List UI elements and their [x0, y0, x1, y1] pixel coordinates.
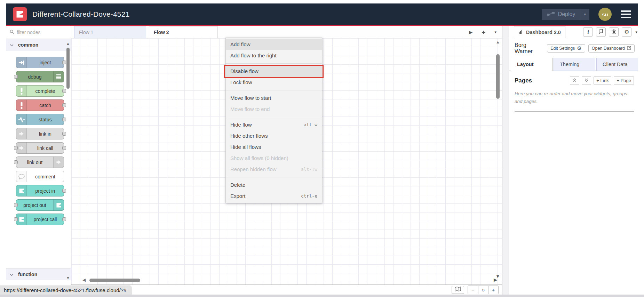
bug-icon: [611, 29, 617, 35]
canvas-scroll-up-icon[interactable]: ▲: [496, 40, 500, 45]
menu-item-hide-all-flows[interactable]: Hide all flows: [226, 142, 322, 153]
sidebar-tabs-caret-icon[interactable]: ▾: [635, 30, 637, 34]
output-port[interactable]: [62, 146, 66, 150]
user-avatar[interactable]: su: [598, 8, 612, 21]
palette-scroll-down-icon[interactable]: ▼: [66, 276, 70, 280]
info-tab-button[interactable]: i: [583, 27, 593, 37]
palette-node-label: debug: [16, 71, 53, 82]
palette-node-link-in[interactable]: link in: [16, 128, 64, 139]
output-port[interactable]: [62, 118, 66, 121]
palette-node-label: comment: [27, 171, 64, 182]
menu-item-add-flow-to-the-right[interactable]: Add flow to the right: [226, 50, 322, 61]
bar-chart-icon: [518, 30, 524, 35]
deploy-options-caret[interactable]: ▾: [580, 9, 589, 20]
menu-item-label: Move flow to end: [230, 104, 270, 115]
menu-item-delete[interactable]: Delete: [226, 179, 322, 191]
expand-all-button[interactable]: [582, 76, 591, 85]
palette-node-project-in[interactable]: project in: [16, 185, 64, 196]
input-port[interactable]: [14, 203, 18, 207]
menu-item-label: Delete: [230, 179, 245, 191]
dashboard-tab-theming[interactable]: Theming: [554, 58, 595, 71]
menu-item-label: Reopen hidden flow: [230, 164, 277, 175]
pages-heading: Pages: [515, 77, 567, 84]
palette-node-catch[interactable]: catch: [16, 99, 64, 111]
input-port[interactable]: [14, 217, 18, 221]
palette-node-status[interactable]: status: [16, 114, 64, 125]
zoom-reset-button[interactable]: ○: [478, 286, 488, 294]
palette-category-common[interactable]: common: [6, 39, 71, 51]
output-port[interactable]: [62, 132, 66, 136]
menu-item-lock-flow[interactable]: Lock flow: [226, 77, 322, 88]
config-tab-button[interactable]: ⚙: [622, 27, 631, 37]
palette-scrollbar-thumb[interactable]: [66, 48, 70, 89]
search-icon: [10, 29, 14, 35]
deploy-button[interactable]: Deploy ▾: [542, 9, 589, 20]
palette-node-inject[interactable]: inject: [16, 57, 64, 68]
palette-node-complete[interactable]: complete: [16, 85, 64, 97]
canvas-vscrollbar-thumb[interactable]: [496, 54, 500, 99]
menu-item-shortcut: ctrl-e: [301, 191, 317, 202]
palette-node-project-out[interactable]: project out: [16, 199, 64, 211]
output-port[interactable]: [62, 61, 66, 64]
input-port[interactable]: [14, 146, 18, 150]
inject-icon: [16, 57, 27, 68]
menu-item-add-flow[interactable]: Add flow: [226, 39, 322, 50]
palette-node-label: complete: [27, 86, 64, 96]
menu-item-label: Hide all flows: [230, 142, 261, 153]
flowfuse-logo-icon[interactable]: [13, 7, 27, 21]
menu-item-hide-other-flows[interactable]: Hide other flows: [226, 130, 322, 142]
menu-item-hide-flow[interactable]: Hide flowalt-w: [226, 119, 322, 130]
palette-node-debug[interactable]: debug: [16, 71, 64, 82]
canvas-hscrollbar-thumb[interactable]: [89, 279, 140, 282]
minimap-toggle-button[interactable]: [452, 286, 464, 294]
menu-item-export[interactable]: Exportctrl-e: [226, 191, 322, 202]
add-link-button[interactable]: + Link: [594, 76, 611, 85]
canvas-scroll-left-icon[interactable]: ◀: [82, 278, 86, 282]
palette-node-label: project call: [27, 214, 64, 225]
output-port[interactable]: [62, 217, 66, 221]
external-link-icon: [627, 46, 631, 51]
add-flow-button[interactable]: +: [482, 29, 485, 36]
palette-node-link-out[interactable]: link out: [16, 156, 64, 168]
palette-category-function[interactable]: function: [6, 268, 71, 280]
palette-scroll-up-icon[interactable]: ▲: [66, 41, 70, 46]
help-tab-button[interactable]: [596, 27, 606, 37]
right-sidebar: Dashboard 2.0 i ⚙ ▾: [509, 26, 638, 295]
sidebar-resize-handle[interactable]: [502, 26, 509, 295]
palette-node-link-call[interactable]: link call: [16, 142, 64, 154]
tab-scroll-right-icon[interactable]: ▶: [469, 30, 472, 35]
palette-node-project-call[interactable]: project call: [16, 214, 64, 225]
input-port[interactable]: [14, 75, 18, 79]
gear-icon: ⚙: [577, 46, 581, 51]
canvas-scroll-down-icon[interactable]: ▼: [495, 274, 500, 279]
dashboard-tab-layout[interactable]: Layout: [511, 58, 552, 71]
zoom-in-button[interactable]: +: [488, 286, 498, 294]
palette-search[interactable]: filter nodes: [6, 26, 71, 39]
dashboard-tab-client-data[interactable]: Client Data: [596, 58, 638, 71]
flow-tab-flow-1[interactable]: Flow 1: [74, 26, 146, 38]
caret-down-icon: ▾: [584, 12, 586, 17]
flow-list-caret-icon[interactable]: ▾: [494, 30, 496, 34]
edit-settings-button[interactable]: Edit Settings ⚙: [547, 44, 585, 53]
sidebar-divider: [515, 111, 634, 112]
main-menu-button[interactable]: [621, 10, 631, 18]
palette-node-comment[interactable]: comment: [16, 171, 64, 182]
output-port[interactable]: [62, 89, 66, 93]
info-icon: i: [587, 29, 589, 35]
open-dashboard-button[interactable]: Open Dashboard: [588, 44, 635, 53]
zoom-out-button[interactable]: −: [468, 286, 478, 294]
menu-separator: [226, 90, 322, 90]
collapse-all-button[interactable]: [570, 76, 579, 85]
app-window: Different-Collared-Dove-4521 Deploy ▾ su: [6, 3, 638, 295]
deploy-icon: [547, 11, 555, 18]
flow-tab-flow-2[interactable]: Flow 2: [149, 26, 217, 38]
input-port[interactable]: [14, 160, 18, 164]
sidebar-tab-dashboard[interactable]: Dashboard 2.0: [514, 26, 565, 38]
menu-item-label: Add flow: [230, 39, 251, 50]
menu-item-disable-flow[interactable]: Disable flow: [226, 66, 322, 77]
debug-tab-button[interactable]: [609, 27, 619, 37]
output-port[interactable]: [62, 103, 66, 107]
output-port[interactable]: [62, 189, 66, 193]
add-page-button[interactable]: + Page: [614, 76, 634, 85]
menu-item-move-flow-to-start[interactable]: Move flow to start: [226, 93, 322, 104]
